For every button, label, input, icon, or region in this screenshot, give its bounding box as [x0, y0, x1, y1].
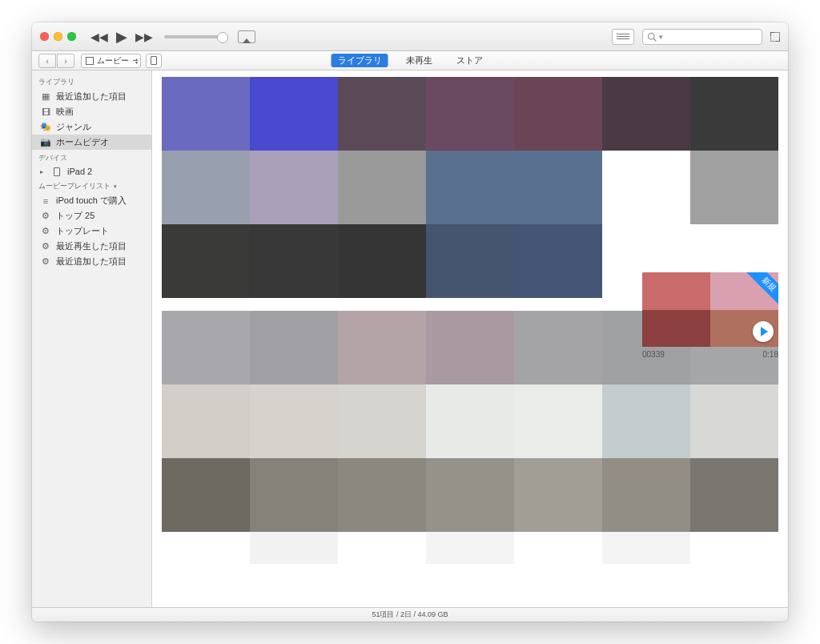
thumbnail-tile[interactable]	[162, 151, 250, 224]
thumbnail-tile[interactable]	[690, 151, 778, 224]
thumbnail-tile[interactable]	[690, 532, 778, 564]
thumbnail-tile[interactable]	[426, 458, 514, 532]
thumbnail-tile[interactable]	[338, 311, 426, 384]
thumbnail-tile[interactable]	[426, 224, 514, 298]
thumbnail-tile[interactable]	[250, 151, 338, 224]
thumbnail-tile[interactable]	[250, 384, 338, 458]
thumbnail-tile[interactable]	[426, 532, 514, 564]
sidebar: ライブラリ ▦ 最近追加した項目 🎞 映画 🎭 ジャンル 📷 ホームビデオ デバ…	[32, 70, 152, 607]
search-input[interactable]: ▾	[642, 29, 762, 45]
thumbnail-tile[interactable]	[162, 384, 250, 458]
gear-icon: ⚙	[40, 257, 51, 267]
zoom-icon[interactable]	[67, 32, 76, 41]
status-bar: 51項目 / 2日 / 44.09 GB	[32, 607, 788, 622]
titlebar: ◀◀ ▶ ▶▶ ▾	[32, 22, 788, 51]
sidebar-item-top-rated[interactable]: ⚙ トップレート	[32, 223, 151, 239]
thumbnail-tile[interactable]	[338, 384, 426, 458]
thumbnail-tile[interactable]	[426, 384, 514, 458]
disclosure-icon[interactable]: ▸	[40, 168, 46, 175]
thumbnail-tile[interactable]	[602, 458, 690, 532]
sidebar-item-recently-played[interactable]: ⚙ 最近再生した項目	[32, 239, 151, 254]
thumbnail-tile[interactable]	[514, 458, 602, 532]
rewind-icon[interactable]: ◀◀	[90, 30, 108, 43]
fullscreen-icon[interactable]	[770, 32, 780, 42]
search-icon	[647, 32, 657, 42]
thumbnail-tile[interactable]	[514, 384, 602, 458]
chevron-down-icon: ▾	[114, 183, 117, 190]
thumbnail-tile[interactable]	[338, 151, 426, 224]
ipad-icon	[51, 167, 62, 176]
close-icon[interactable]	[40, 32, 49, 41]
thumbnail-tile[interactable]	[690, 384, 778, 458]
thumbnail-tile[interactable]	[602, 532, 690, 564]
forward-icon[interactable]: ▶▶	[135, 30, 153, 43]
tab-store[interactable]: ストア	[450, 54, 489, 67]
sidebar-item-ipad[interactable]: ▸ iPad 2	[32, 165, 151, 178]
sidebar-item-top25[interactable]: ⚙ トップ 25	[32, 208, 151, 223]
thumbnail-tile[interactable]	[514, 77, 602, 151]
volume-slider[interactable]	[164, 35, 228, 38]
video-card[interactable]: 新規 00339 0:18	[642, 272, 778, 359]
thumbnail-tile[interactable]	[338, 458, 426, 532]
minimize-icon[interactable]	[54, 32, 62, 41]
thumbnail-tile[interactable]	[690, 458, 778, 532]
media-type-label: ムービー	[97, 55, 129, 66]
thumbnail-tile[interactable]	[162, 311, 250, 384]
thumbnail-tile[interactable]	[250, 224, 338, 298]
device-button[interactable]	[146, 54, 162, 68]
thumbnail-tile[interactable]	[162, 458, 250, 532]
thumbnail-tile[interactable]	[426, 151, 514, 224]
sidebar-item-genres[interactable]: 🎭 ジャンル	[32, 119, 151, 135]
airplay-icon[interactable]	[238, 30, 255, 43]
thumbnail-tile[interactable]	[250, 77, 338, 151]
thumbnail-tile[interactable]	[690, 77, 778, 151]
navbar: ‹ › ムービー ▴▾ ライブラリ 未再生 ストア	[32, 51, 788, 70]
thumbnail-tile[interactable]	[602, 384, 690, 458]
thumbnail-tile[interactable]	[338, 532, 426, 564]
list-view-icon[interactable]	[612, 29, 634, 45]
play-overlay-icon[interactable]	[753, 321, 774, 342]
nav-back-button[interactable]: ‹	[38, 54, 56, 68]
thumbnail-tile[interactable]	[250, 458, 338, 532]
thumbnail-tile[interactable]	[338, 77, 426, 151]
playback-controls: ◀◀ ▶ ▶▶	[90, 28, 153, 46]
thumbnail-tile[interactable]	[250, 311, 338, 384]
view-tabs: ライブラリ 未再生 ストア	[332, 54, 489, 67]
thumbnail-tile[interactable]	[514, 311, 602, 384]
thumbnail-tile[interactable]	[250, 532, 338, 564]
thumbnail-tile[interactable]	[338, 224, 426, 298]
sidebar-item-movies[interactable]: 🎞 映画	[32, 104, 151, 119]
video-title: 00339	[642, 350, 665, 359]
thumbnail-tile[interactable]	[162, 532, 250, 564]
content-grid[interactable]: 新規 00339 0:18	[152, 70, 788, 607]
thumbnail-tile[interactable]	[426, 311, 514, 384]
sidebar-item-home-videos[interactable]: 📷 ホームビデオ	[32, 135, 151, 150]
nav-arrows: ‹ ›	[38, 54, 74, 68]
svg-line-1	[653, 38, 656, 41]
thumbnail-tile[interactable]	[426, 77, 514, 151]
play-icon[interactable]: ▶	[116, 28, 127, 46]
body: ライブラリ ▦ 最近追加した項目 🎞 映画 🎭 ジャンル 📷 ホームビデオ デバ…	[32, 70, 788, 607]
video-thumbnail: 新規	[642, 272, 778, 347]
thumbnail-tile[interactable]	[162, 224, 250, 298]
tab-library[interactable]: ライブラリ	[332, 54, 388, 67]
mosaic-row	[162, 458, 778, 532]
thumbnail-tile[interactable]	[514, 224, 602, 298]
tab-unplayed[interactable]: 未再生	[400, 54, 439, 67]
mosaic-row	[162, 384, 778, 458]
svg-point-0	[649, 33, 655, 39]
thumbnail-tile[interactable]	[162, 77, 250, 151]
sidebar-item-ipod-purchased[interactable]: ≡ iPod touch で購入	[32, 193, 151, 208]
media-type-select[interactable]: ムービー ▴▾	[81, 54, 141, 68]
thumbnail-tile[interactable]	[602, 151, 690, 224]
thumbnail-tile[interactable]	[602, 77, 690, 151]
nav-forward-button[interactable]: ›	[57, 54, 74, 68]
window-controls	[40, 32, 76, 41]
thumbnail-tile[interactable]	[514, 151, 602, 224]
sidebar-item-recently-added-2[interactable]: ⚙ 最近追加した項目	[32, 254, 151, 269]
sidebar-header-playlists[interactable]: ムービープレイリスト ▾	[32, 178, 151, 193]
mosaic-row	[162, 77, 778, 151]
thumbnail-tile[interactable]	[514, 532, 602, 564]
sidebar-item-recently-added[interactable]: ▦ 最近追加した項目	[32, 89, 151, 104]
gear-icon: ⚙	[40, 242, 51, 252]
